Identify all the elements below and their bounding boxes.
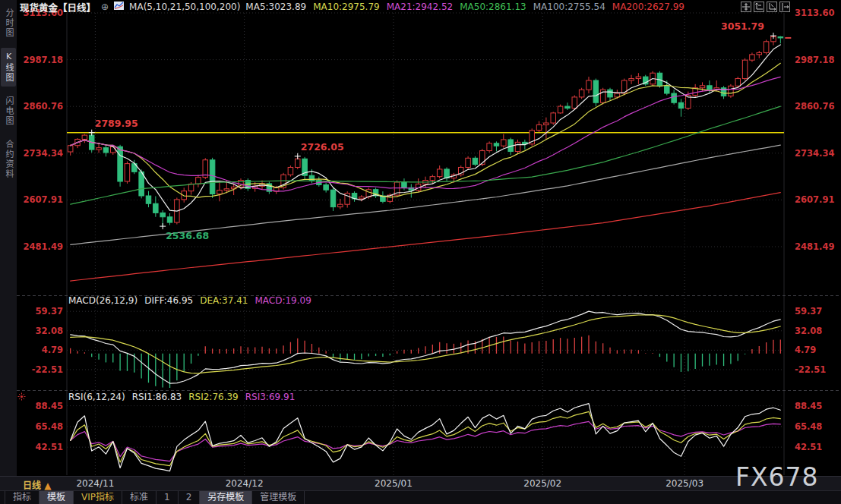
rsi-values: RSI1:86.83RSI2:76.39RSI3:69.91 (132, 392, 296, 402)
svg-text:2860.76: 2860.76 (24, 101, 63, 112)
chart-toolbar (741, 2, 790, 12)
rsi-value-2: RSI3:69.91 (245, 392, 296, 402)
svg-text:2536.68: 2536.68 (166, 230, 209, 241)
rsi-title[interactable]: RSI(6,12,24) (68, 392, 125, 402)
bottom-tab-5[interactable]: 2 (179, 491, 201, 504)
svg-text:88.45: 88.45 (795, 401, 822, 411)
month-label-1: 2024/12 (223, 478, 267, 489)
mini-chart-icon[interactable] (114, 2, 124, 12)
macd-value-0: DIFF:46.95 (144, 295, 193, 306)
axis-scale-icon[interactable] (767, 2, 777, 12)
period-selector[interactable]: 日线 ▲ (23, 478, 51, 491)
svg-text:42.51: 42.51 (795, 442, 822, 452)
macd-values: DIFF:46.95DEA:37.41MACD:19.09 (144, 295, 311, 306)
ma-legend-item-0: MA5:3023.89 (245, 2, 306, 12)
month-label-3: 2025/02 (520, 478, 564, 489)
svg-text:42.51: 42.51 (36, 442, 63, 452)
chart-header: 现货黄金【日线】 ⊕ MA(5,10,21,50,100,200) MA5:30… (20, 1, 684, 13)
sidebar-item-3[interactable]: 合约资料 (1, 136, 16, 183)
period-label: 日线 (23, 480, 41, 491)
month-label-0: 2024/11 (73, 478, 117, 489)
svg-text:-22.51: -22.51 (795, 364, 826, 375)
pan-tool-icon[interactable] (741, 2, 751, 12)
ma-legend: MA5:3023.89MA10:2975.79MA21:2942.52MA50:… (245, 2, 684, 12)
ma-legend-item-1: MA10:2975.79 (313, 2, 380, 12)
left-sidebar: 分时图K线图闪电图合约资料 (0, 0, 17, 476)
svg-text:2734.34: 2734.34 (24, 148, 63, 159)
sidebar-item-2[interactable]: 闪电图 (1, 93, 16, 130)
pane-settings-icon[interactable] (17, 389, 26, 404)
bottom-tab-1[interactable]: 模板 (40, 491, 74, 504)
period-arrow-icon: ▲ (44, 480, 51, 491)
bottom-tab-bar: 指标模板VIP指标标准12另存模板管理模板 (0, 490, 841, 504)
svg-text:2607.91: 2607.91 (795, 194, 834, 205)
bottom-tab-6[interactable]: 另存模板 (200, 491, 252, 504)
axis-zoom-icon[interactable] (754, 2, 764, 12)
svg-text:32.08: 32.08 (795, 326, 822, 336)
svg-text:4.79: 4.79 (42, 345, 63, 355)
macd-value-1: DEA:37.41 (200, 295, 248, 306)
svg-text:3051.79: 3051.79 (721, 20, 764, 32)
ma-settings-label[interactable]: MA(5,10,21,50,100,200) (129, 2, 240, 12)
svg-text:2734.34: 2734.34 (795, 148, 834, 159)
bottom-tab-4[interactable]: 1 (157, 491, 179, 504)
svg-text:2607.91: 2607.91 (24, 194, 63, 205)
bottom-tab-0[interactable]: 指标 (5, 491, 40, 504)
svg-text:2789.95: 2789.95 (95, 118, 138, 129)
macd-value-2: MACD:19.09 (255, 295, 311, 306)
svg-text:3113.60: 3113.60 (795, 8, 834, 18)
sidebar-item-0[interactable]: 分时图 (1, 5, 16, 42)
trading-app-window: 3113.603113.602987.182987.182860.762860.… (0, 0, 841, 504)
svg-text:32.08: 32.08 (36, 326, 63, 336)
svg-text:4.79: 4.79 (795, 345, 816, 355)
bottom-tab-2[interactable]: VIP指标 (74, 491, 122, 504)
rsi-label-row: RSI(6,12,24) RSI1:86.83RSI2:76.39RSI3:69… (68, 392, 295, 402)
ma-legend-item-4: MA100:2755.54 (533, 2, 605, 12)
month-label-2: 2025/01 (371, 478, 416, 489)
svg-text:2481.49: 2481.49 (795, 241, 834, 252)
ma-legend-item-5: MA200:2627.99 (612, 2, 684, 12)
svg-text:65.48: 65.48 (795, 421, 822, 432)
watermark: FX678 (735, 462, 819, 492)
bottom-tab-7[interactable]: 管理模板 (252, 491, 305, 504)
macd-label-row: MACD(26,12,9) DIFF:46.95DEA:37.41MACD:19… (68, 295, 311, 306)
svg-text:2726.05: 2726.05 (301, 141, 344, 153)
macd-title[interactable]: MACD(26,12,9) (68, 295, 138, 306)
svg-text:2987.18: 2987.18 (795, 55, 834, 65)
svg-text:2987.18: 2987.18 (24, 55, 63, 65)
ma-legend-item-2: MA21:2942.52 (387, 2, 454, 12)
rsi-value-0: RSI1:86.83 (132, 392, 182, 402)
svg-text:88.45: 88.45 (36, 401, 63, 411)
svg-text:-22.51: -22.51 (32, 364, 63, 375)
svg-text:59.37: 59.37 (795, 306, 822, 317)
symbol-title: 现货黄金【日线】 (20, 0, 96, 14)
link-toggle-icon[interactable]: ⊕ (101, 2, 109, 12)
ma-legend-item-3: MA50:2861.13 (460, 2, 526, 12)
svg-text:59.37: 59.37 (36, 306, 63, 317)
rsi-value-1: RSI2:76.39 (188, 392, 239, 402)
svg-text:2860.76: 2860.76 (795, 101, 834, 112)
time-axis-bar: 日线 ▲ 2024/112024/122025/012025/022025/03 (0, 476, 841, 490)
chart-canvas[interactable]: 3113.603113.602987.182987.182860.762860.… (0, 0, 841, 504)
svg-text:2481.49: 2481.49 (24, 241, 63, 252)
svg-text:65.48: 65.48 (36, 421, 63, 432)
bottom-tab-3[interactable]: 标准 (122, 491, 157, 504)
sidebar-item-1[interactable]: K线图 (1, 48, 16, 87)
collapse-panel-icon[interactable] (779, 2, 790, 12)
month-label-4: 2025/03 (662, 478, 707, 489)
